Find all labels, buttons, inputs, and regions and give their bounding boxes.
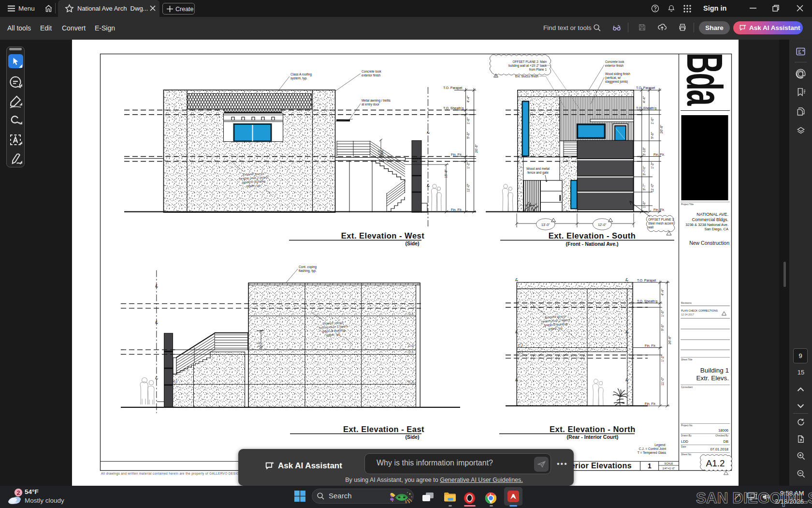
svg-text:T = Tempered Glass: T = Tempered Glass: [638, 451, 667, 455]
svg-text:ℒ: ℒ: [427, 130, 430, 134]
svg-text:1'-0": 1'-0": [651, 118, 654, 124]
svg-text:15'-8": 15'-8": [444, 169, 448, 178]
svg-text:Sheet No.: Sheet No.: [681, 453, 692, 456]
svg-text:Date: Date: [681, 445, 686, 448]
svg-text:T.O. Parapet: T.O. Parapet: [443, 86, 462, 90]
svg-text:Ext. stucco finish: Ext. stucco finish: [515, 75, 538, 78]
svg-text:ℒ: ℒ: [155, 320, 158, 325]
svg-text:1'-2": 1'-2": [466, 162, 470, 169]
svg-text:OFFSET PLANE 2: Main: OFFSET PLANE 2: Main: [512, 60, 547, 63]
svg-text:T.O. Parapet: T.O. Parapet: [637, 279, 656, 283]
svg-text:3'-7½": 3'-7½": [642, 166, 646, 176]
svg-text:flashing, typ.: flashing, typ.: [299, 269, 317, 273]
svg-text:Drawn By: Drawn By: [681, 434, 692, 437]
svg-text:C.J.: C.J.: [518, 344, 524, 347]
svg-text:Commercial Bldgs.: Commercial Bldgs.: [692, 217, 728, 222]
svg-text:(Front - National Ave.): (Front - National Ave.): [566, 241, 619, 247]
svg-text:3'-10": 3'-10": [642, 147, 646, 156]
svg-text:(Side): (Side): [405, 240, 419, 246]
svg-text:Steel mesh accent: Steel mesh accent: [648, 222, 674, 225]
svg-text:Project No.: Project No.: [681, 424, 693, 427]
svg-text:PLAN CHECK CORRECTIONS: PLAN CHECK CORRECTIONS: [681, 309, 718, 312]
svg-text:Ext. Elevation - North: Ext. Elevation - North: [550, 425, 636, 433]
svg-text:ℒ: ℒ: [625, 378, 628, 382]
svg-text:(Side): (Side): [405, 434, 419, 440]
svg-text:ℒ: ℒ: [427, 183, 430, 188]
svg-text:ℒ: ℒ: [515, 378, 518, 382]
svg-text:11'-0": 11'-0": [661, 377, 664, 386]
svg-text:C.J.: C.J.: [408, 350, 414, 354]
svg-text:building wall at +19'-2" back: building wall at +19'-2" back: [508, 64, 547, 68]
svg-text:C.J. = Control Joint: C.J. = Control Joint: [639, 447, 666, 450]
svg-text:Extr. Elevs.: Extr. Elevs.: [696, 374, 729, 382]
svg-text:C.J.: C.J.: [518, 351, 524, 354]
svg-text:exterior finish: exterior finish: [362, 74, 381, 77]
svg-text:1: 1: [495, 75, 497, 77]
svg-text:ℒ: ℒ: [155, 284, 158, 288]
svg-text:11'-0": 11'-0": [651, 183, 654, 192]
svg-text:Ext. Elevation - South: Ext. Elevation - South: [549, 231, 636, 240]
svg-text:26'-6": 26'-6": [475, 144, 478, 153]
svg-text:26'-6": 26'-6": [668, 336, 671, 344]
svg-text:12'-0": 12'-0": [598, 223, 607, 226]
svg-text:T.O. Parapet: T.O. Parapet: [636, 86, 655, 90]
svg-text:DB: DB: [724, 439, 728, 444]
svg-text:ℒ: ℒ: [515, 278, 518, 282]
svg-text:Project Title: Project Title: [681, 203, 694, 206]
svg-text:exterior finish: exterior finish: [605, 64, 624, 67]
svg-text:Fin. Flr.: Fin. Flr.: [653, 208, 665, 211]
svg-text:(vertical, w/: (vertical, w/: [605, 76, 621, 80]
svg-text:A1.2: A1.2: [706, 458, 725, 468]
svg-text:3236 & 3238 National Ave.: 3236 & 3238 National Ave.: [685, 223, 728, 227]
svg-text:OFFSET PLANE 1:: OFFSET PLANE 1:: [648, 218, 675, 221]
svg-text:1/4"=1'-0": 1/4"=1'-0": [663, 467, 675, 470]
svg-text:New Construction: New Construction: [689, 240, 729, 246]
svg-text:Ext. Elevation - East: Ext. Elevation - East: [343, 425, 424, 433]
svg-text:11'-0": 11'-0": [466, 183, 470, 192]
svg-text:1'-2": 1'-2": [651, 162, 654, 169]
svg-text:fence and gate: fence and gate: [527, 171, 549, 175]
svg-text:ℒ: ℒ: [515, 330, 518, 334]
svg-text:3'-6": 3'-6": [377, 149, 380, 155]
svg-text:Fin. Flr.: Fin. Flr.: [451, 208, 462, 211]
svg-text:at entry door: at entry door: [362, 103, 380, 106]
svg-text:C.J.: C.J.: [408, 380, 414, 384]
svg-text:wall: wall: [648, 225, 653, 229]
svg-text:9'-0": 9'-0": [661, 324, 664, 331]
svg-text:1'-0": 1'-0": [661, 310, 664, 317]
svg-text:3'-7": 3'-7": [642, 184, 646, 191]
svg-text:2: 2: [16, 489, 20, 496]
svg-text:9'-0": 9'-0": [466, 132, 470, 139]
svg-text:Fin. Flr.: Fin. Flr.: [645, 402, 656, 405]
svg-text:Concrete look: Concrete look: [605, 60, 624, 63]
svg-text:Bda: Bda: [677, 53, 732, 106]
svg-text:Wood and metal: Wood and metal: [526, 167, 550, 170]
svg-text:SCALE: SCALE: [664, 462, 673, 465]
svg-text:NATIONAL AVE.: NATIONAL AVE.: [696, 212, 728, 217]
svg-text:ℒ: ℒ: [625, 278, 628, 282]
svg-text:Cont. coping: Cont. coping: [299, 265, 317, 269]
svg-text:C.J.: C.J.: [173, 379, 178, 383]
svg-text:1'-2": 1'-2": [661, 355, 664, 362]
svg-text:07.01.2018: 07.01.2018: [710, 447, 728, 451]
svg-text:Checked By: Checked By: [715, 434, 728, 437]
svg-text:Sheet Title: Sheet Title: [681, 358, 693, 361]
svg-text:Revisions: Revisions: [681, 301, 692, 304]
svg-text:LDD: LDD: [681, 439, 689, 444]
svg-text:ℒ: ℒ: [155, 376, 158, 380]
svg-text:12.04.2017: 12.04.2017: [681, 313, 694, 316]
svg-text:26'-6": 26'-6": [660, 125, 663, 134]
svg-text:Class A roofing: Class A roofing: [290, 73, 312, 76]
svg-text:1'-0": 1'-0": [642, 201, 646, 208]
svg-text:3'-6": 3'-6": [257, 342, 261, 347]
svg-text:Concrete look: Concrete look: [362, 70, 381, 73]
svg-text:system, typ.: system, typ.: [290, 76, 307, 80]
svg-text:(Rear - Interior Court): (Rear - Interior Court): [567, 434, 619, 440]
svg-text:Fin. Flr.: Fin. Flr.: [451, 153, 462, 156]
svg-text:Wood siding finish: Wood siding finish: [605, 72, 630, 76]
svg-text:C.J.: C.J.: [408, 312, 414, 315]
svg-text:MIN.: MIN.: [380, 149, 384, 156]
svg-text:Legend:: Legend:: [654, 443, 666, 447]
svg-text:Fin. Flr.: Fin. Flr.: [645, 344, 656, 347]
svg-text:Fin. Flr.: Fin. Flr.: [653, 153, 665, 156]
